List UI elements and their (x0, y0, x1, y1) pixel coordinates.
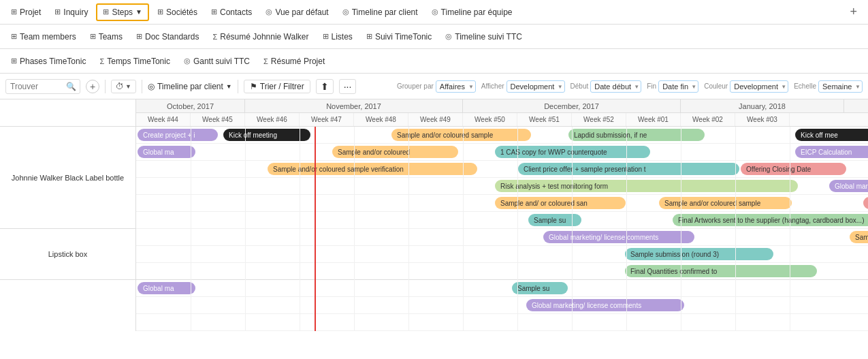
nav-bar-1: ⊞ Projet ⊞ Inquiry ⊞ Steps ▼ ⊞ Sociétés … (0, 0, 868, 25)
bar-kickoff-1[interactable]: Kick off meeting (223, 129, 310, 141)
bar-eicp[interactable]: EICP Calculation (795, 146, 868, 158)
grid-icon-6: ⊞ (11, 32, 17, 41)
bar-final-quantities[interactable]: Final Quantities confirmed to (625, 265, 817, 277)
nav-timeline-client[interactable]: ◎ Timeline par client (337, 5, 423, 20)
start-select[interactable]: Date début (590, 80, 641, 93)
bar-sample-san[interactable]: Sample and/ or coloured san (495, 197, 626, 209)
nav-steps[interactable]: ⊞ Steps ▼ (96, 3, 149, 21)
week-48: Week #48 (354, 113, 408, 126)
nav-teams[interactable]: ⊞ Teams (84, 29, 128, 44)
search-container: 🔍 (5, 79, 80, 94)
week-46: Week #46 (245, 113, 300, 126)
nav-suivi-timetonic[interactable]: ⊞ Suivi TimeTonic (361, 29, 437, 44)
add-view-button[interactable]: + (850, 5, 863, 19)
group-by-label: Grouper par (397, 82, 434, 90)
project-label-jw: Johnnie Walker Black Label bottle (0, 127, 135, 229)
scale-label: Echelle (794, 82, 816, 90)
gantt-row-6: Global marketing/ license comments Sampl… (136, 229, 868, 246)
gantt-row-1: Global ma Sample and/or coloured 1 CAS c… (136, 144, 868, 161)
export-button[interactable]: ⬆ (316, 79, 334, 94)
bar-sample-su-lipstick[interactable]: Sample su (512, 282, 568, 294)
bar-global-marketing-license[interactable]: Global marketing/ license cor (829, 180, 868, 192)
nav-vue-defaut[interactable]: ◎ Vue par défaut (260, 5, 334, 20)
scale-select[interactable]: Semaine (818, 80, 863, 93)
nav-bar-3: ⊞ Phases TimeTonic Σ Temps TimeTonic ◎ G… (0, 49, 868, 74)
bar-create-project[interactable]: Create project + i (138, 129, 218, 141)
gantt-rows-container: Create project + i Kick off meeting Samp… (136, 127, 868, 331)
gantt-left-panel: Johnnie Walker Black Label bottle Lipsti… (0, 99, 136, 331)
bar-client-price[interactable]: Client price offer + sample presentation… (518, 163, 739, 175)
gantt-right-panel: October, 2017 November, 2017 December, 2… (136, 99, 868, 331)
bar-sample-submission[interactable]: Sample submission (round 3) (625, 248, 773, 260)
scale-select-wrapper: Semaine (818, 80, 863, 93)
gantt-row-7: Sample submission (round 3) PO A (136, 246, 868, 263)
bar-sample-verification[interactable]: Sample and/or coloured sample verificati… (268, 163, 477, 175)
nav-contacts[interactable]: ⊞ Contacts (206, 5, 257, 20)
bar-global-ma-lipstick[interactable]: Global ma (138, 282, 195, 294)
grid-icon-5: ⊞ (211, 7, 217, 16)
bar-sample-su-1[interactable]: Sample su (528, 214, 581, 226)
nav-team-members[interactable]: ⊞ Team members (5, 29, 82, 44)
end-select-wrapper: Date fin (658, 80, 698, 93)
bar-sample-coloured-2[interactable]: Sample and/or coloured (332, 146, 458, 158)
nav-listes[interactable]: ⊞ Listes (317, 29, 358, 44)
grid-icon-10: ⊞ (366, 32, 372, 41)
gantt-row-3: Risk analysis + test monitoring form Glo… (136, 178, 868, 195)
filter-button[interactable]: ⚑ Trier / Filtrer (244, 80, 310, 93)
bar-final-artworks[interactable]: Final Artworks sent to the supplier (han… (673, 214, 868, 226)
bar-cas-copy[interactable]: 1 CAS copy for WWP counterquote (495, 146, 650, 158)
nav-doc-standards[interactable]: ⊞ Doc Standards (131, 29, 204, 44)
gantt-row-4: Sample and/ or coloured san Sample and/o… (136, 195, 868, 212)
nav-inquiry[interactable]: ⊞ Inquiry (49, 5, 93, 20)
bar-global-ma-1[interactable]: Global ma (138, 146, 195, 158)
eye-icon-5: ◎ (184, 57, 191, 65)
week-45: Week #45 (191, 113, 245, 126)
nav-resume-projet[interactable]: Σ Résumé Projet (258, 54, 330, 69)
grid-icon-2: ⊞ (54, 7, 61, 16)
group-by-select-wrapper: Affaires (436, 80, 476, 93)
bar-sample-coloured-4[interactable]: Sample and/or coloured sample (659, 197, 792, 209)
nav-phases[interactable]: ⊞ Phases TimeTonic (5, 54, 91, 69)
nav-resume-jw[interactable]: Σ Résumé Johnnie Walker (207, 29, 314, 44)
grid-icon-3: ⊞ (103, 7, 109, 16)
nav-projet[interactable]: ⊞ Projet (5, 5, 46, 20)
dropdown-arrow: ▼ (135, 8, 142, 16)
history-button[interactable]: ⏱ ▼ (111, 80, 136, 93)
start-label: Début (570, 82, 589, 90)
color-select[interactable]: Development (730, 80, 788, 93)
bar-global-marketing-comments-lipstick[interactable]: Global marketing/ license comments (526, 299, 684, 311)
bar-sample-coloured-1[interactable]: Sample and/or coloured sample (391, 129, 531, 141)
nav-societes[interactable]: ⊞ Sociétés (152, 5, 203, 20)
color-container: Couleur Development (704, 80, 788, 93)
group-by-select[interactable]: Affaires (436, 80, 476, 93)
more-button[interactable]: ··· (339, 79, 357, 94)
separator-3 (238, 80, 238, 93)
grid-icon-4: ⊞ (157, 7, 163, 16)
end-select[interactable]: Date fin (658, 80, 698, 93)
bar-global-marketing-comments-1[interactable]: Global marketing/ license comments (543, 231, 694, 243)
week-49: Week #49 (408, 113, 463, 126)
eye-icon-3: ◎ (432, 7, 438, 16)
bar-offering-closing[interactable]: Offering Closing Date (741, 163, 846, 175)
group-by-container: Grouper par Affaires (397, 80, 476, 93)
toolbar-row: 🔍 + ⏱ ▼ ◎ Timeline par client ▼ ⚑ Trier … (0, 74, 868, 99)
add-row-button[interactable]: + (86, 80, 99, 93)
nav-temps[interactable]: Σ Temps TimeTonic (94, 54, 176, 69)
week-51: Week #51 (517, 113, 572, 126)
bar-risk-analysis[interactable]: Risk analysis + test monitoring form (495, 180, 798, 192)
today-line (315, 127, 316, 331)
bar-sample-coloured-6[interactable]: Sample and/or coloured sample (850, 231, 868, 243)
bar-kickoff-2[interactable]: Kick off mee (795, 129, 868, 141)
bar-quality-review[interactable]: Quality review (risk anal (863, 197, 868, 209)
timeline-view-selector[interactable]: ◎ Timeline par client ▼ (148, 82, 232, 91)
nav-gantt[interactable]: ◎ Gantt suivi TTC (178, 54, 255, 69)
nav-timeline-suivi[interactable]: ◎ Timeline suivi TTC (440, 29, 528, 44)
display-select[interactable]: Development (507, 80, 565, 93)
bar-lapdid[interactable]: Lapdid submission, if ne (568, 129, 705, 141)
sigma-icon-3: Σ (263, 57, 268, 65)
gantt-week-headers: Week #44 Week #45 Week #46 Week #47 Week… (136, 113, 868, 127)
week-01: Week #01 (626, 113, 681, 126)
nav-timeline-equipe[interactable]: ◎ Timeline par équipe (426, 5, 518, 20)
chevron-down-icon: ▼ (125, 83, 131, 90)
dropdown-arrow-2: ▼ (226, 83, 232, 90)
